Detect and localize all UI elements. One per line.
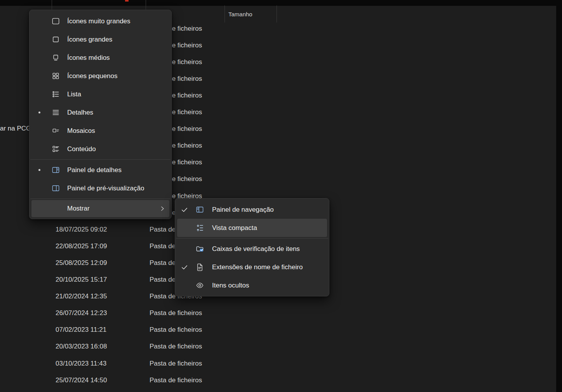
menu-item-label: Detalhes bbox=[64, 109, 169, 117]
file-modified-date: 22/08/2025 17:09 bbox=[56, 238, 107, 254]
selected-dot bbox=[31, 112, 47, 113]
selected-dot bbox=[31, 169, 47, 171]
menu-item-label: Conteúdo bbox=[64, 145, 169, 153]
menu-item-item-checkboxes[interactable]: Caixas de verificação de itens bbox=[177, 240, 327, 258]
menu-item-file-name-extensions[interactable]: Extensões de nome de ficheiro bbox=[177, 258, 327, 276]
file-type: Pasta de ficheiros bbox=[150, 372, 202, 389]
menu-item-label: Vista compacta bbox=[207, 224, 327, 232]
file-modified-date: 20/10/2025 15:17 bbox=[56, 271, 107, 288]
menu-item-navigation-pane[interactable]: Painel de navegação bbox=[177, 200, 327, 219]
file-modified-date: 25/07/2024 14:50 bbox=[56, 372, 107, 389]
column-separator bbox=[224, 5, 225, 23]
file-modified-date: 03/10/2023 11:43 bbox=[56, 355, 106, 372]
file-type: Pasta de ficheiros bbox=[150, 355, 202, 372]
very-large-icons-icon bbox=[47, 17, 64, 26]
tiles-view-icon bbox=[47, 126, 64, 135]
menu-separator bbox=[176, 238, 328, 239]
details-pane-icon bbox=[47, 166, 64, 174]
menu-item-label: Extensões de nome de ficheiro bbox=[207, 263, 327, 271]
menu-item-list-view[interactable]: Lista bbox=[31, 85, 169, 103]
menu-item-label: Painel de detalhes bbox=[64, 166, 169, 174]
menu-item-compact-view[interactable]: Vista compacta bbox=[177, 219, 327, 237]
content-view-icon bbox=[47, 145, 64, 153]
menu-item-preview-pane[interactable]: Painel de pré-visualização bbox=[31, 179, 169, 197]
file-modified-date: 26/07/2024 12:23 bbox=[56, 305, 107, 321]
column-separator bbox=[52, 0, 52, 10]
column-separator bbox=[146, 0, 146, 10]
title-bar bbox=[0, 0, 562, 6]
menu-item-content-view[interactable]: Conteúdo bbox=[31, 140, 169, 158]
background-partial-text: ar na PCG bbox=[0, 125, 31, 132]
menu-item-show[interactable]: Mostrar bbox=[31, 200, 169, 217]
menu-item-label: Ícones muito grandes bbox=[64, 17, 169, 25]
details-view-icon bbox=[47, 108, 64, 117]
menu-item-hidden-items[interactable]: Itens ocultos bbox=[177, 276, 327, 294]
view-context-menu: Ícones muito grandesÍcones grandesÍcones… bbox=[29, 10, 172, 219]
menu-item-label: Painel de pré-visualização bbox=[64, 185, 169, 192]
hidden-items-icon bbox=[192, 281, 207, 290]
file-modified-date: 20/03/2023 16:08 bbox=[56, 338, 107, 355]
file-row[interactable]: 20/03/2023 16:08Pasta de ficheiros bbox=[0, 338, 562, 355]
file-type: Pasta de ficheiros bbox=[150, 338, 202, 355]
medium-icons-icon bbox=[47, 53, 64, 62]
recording-indicator bbox=[125, 0, 129, 2]
menu-item-large-icons[interactable]: Ícones grandes bbox=[31, 30, 169, 49]
menu-item-details-pane[interactable]: Painel de detalhes bbox=[31, 161, 169, 179]
menu-item-label: Mostrar bbox=[64, 205, 155, 213]
preview-pane-icon bbox=[47, 184, 64, 193]
file-explorer-window: Pasta de ficheirosPasta de ficheirosPast… bbox=[0, 0, 562, 392]
menu-separator bbox=[30, 159, 171, 160]
file-row[interactable]: 25/07/2024 14:50Pasta de ficheiros bbox=[0, 372, 562, 389]
menu-item-small-icons[interactable]: Ícones pequenos bbox=[31, 67, 169, 85]
column-separator bbox=[277, 5, 277, 23]
menu-item-label: Painel de navegação bbox=[207, 206, 327, 214]
compact-view-icon bbox=[192, 223, 207, 232]
menu-item-medium-icons[interactable]: Ícones médios bbox=[31, 49, 169, 67]
list-view-icon bbox=[47, 90, 64, 99]
file-name-extensions-icon bbox=[192, 263, 207, 272]
small-icons-icon bbox=[47, 71, 64, 80]
checkmark-icon bbox=[177, 263, 192, 271]
window-right-edge bbox=[556, 0, 562, 392]
file-modified-date: 07/02/2023 11:21 bbox=[56, 321, 106, 338]
menu-item-label: Ícones grandes bbox=[64, 36, 169, 44]
submenu-chevron-icon bbox=[155, 205, 169, 212]
file-type: Pasta de ficheiros bbox=[150, 305, 202, 321]
file-modified-date: 18/07/2025 09:02 bbox=[56, 221, 107, 238]
item-checkboxes-icon bbox=[192, 244, 207, 253]
large-icons-icon bbox=[47, 35, 64, 44]
menu-item-details-view[interactable]: Detalhes bbox=[31, 103, 169, 122]
file-row[interactable]: 07/02/2023 11:21Pasta de ficheiros bbox=[0, 321, 562, 338]
file-row[interactable]: 03/10/2023 11:43Pasta de ficheiros bbox=[0, 355, 562, 372]
menu-item-label: Lista bbox=[64, 91, 169, 98]
show-submenu: Painel de navegaçãoVista compactaCaixas … bbox=[175, 198, 329, 296]
navigation-pane-icon bbox=[192, 205, 207, 214]
file-type: Pasta de ficheiros bbox=[150, 321, 202, 338]
file-modified-date: 21/02/2024 12:35 bbox=[56, 288, 107, 305]
menu-item-very-large-icons[interactable]: Ícones muito grandes bbox=[31, 12, 169, 30]
column-header-size[interactable]: Tamanho bbox=[228, 6, 252, 23]
menu-item-label: Ícones pequenos bbox=[64, 72, 169, 80]
menu-item-label: Itens ocultos bbox=[207, 282, 327, 289]
checkmark-icon bbox=[177, 206, 192, 214]
menu-item-label: Caixas de verificação de itens bbox=[207, 245, 327, 253]
menu-separator bbox=[30, 199, 171, 199]
file-modified-date: 25/08/2025 12:09 bbox=[56, 254, 107, 271]
menu-item-label: Mosaicos bbox=[64, 127, 169, 135]
file-row[interactable]: 26/07/2024 12:23Pasta de ficheiros bbox=[0, 305, 562, 321]
menu-item-tiles-view[interactable]: Mosaicos bbox=[31, 122, 169, 140]
menu-item-label: Ícones médios bbox=[64, 54, 169, 62]
